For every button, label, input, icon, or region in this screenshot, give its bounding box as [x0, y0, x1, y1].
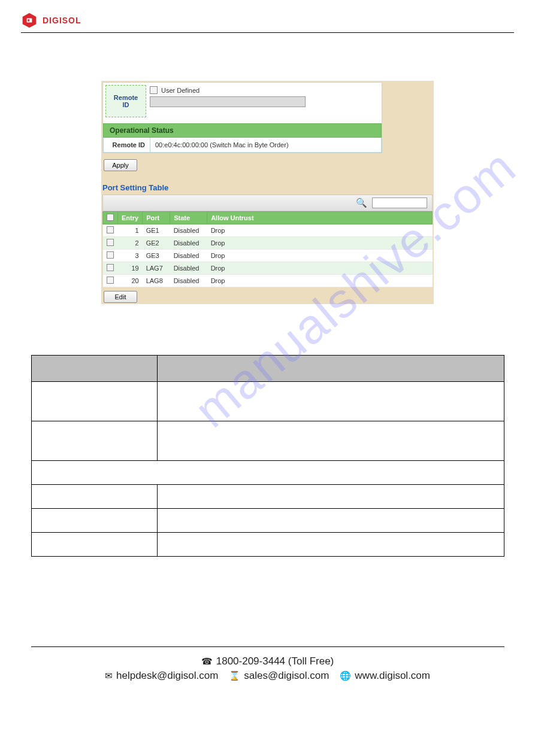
cell-entry: 19 — [118, 262, 143, 275]
cell-entry: 1 — [118, 224, 143, 237]
toll-free-number: 1800-209-3444 (Toll Free) — [216, 655, 334, 667]
search-input[interactable] — [372, 198, 427, 208]
edit-button[interactable]: Edit — [104, 291, 137, 303]
sales-email: sales@digisol.com — [244, 670, 329, 682]
globe-icon: 🌐 — [340, 670, 351, 681]
row-checkbox[interactable] — [107, 251, 114, 259]
table-row[interactable]: 19LAG7DisabledDrop — [103, 262, 433, 275]
description-table — [31, 355, 504, 557]
desc-header-2 — [157, 356, 504, 382]
svg-rect-2 — [28, 19, 29, 22]
cell-allow-untrust: Drop — [207, 224, 433, 237]
row-checkbox[interactable] — [107, 239, 114, 246]
cell-port: GE2 — [143, 237, 170, 250]
search-icon[interactable]: 🔍 — [356, 198, 367, 208]
cell-state: Disabled — [170, 262, 207, 275]
cell-entry: 20 — [118, 275, 143, 287]
cell-port: LAG8 — [143, 275, 170, 287]
cell-state: Disabled — [170, 275, 207, 287]
table-row — [31, 509, 504, 533]
cell-state: Disabled — [170, 250, 207, 262]
cell-entry: 2 — [118, 237, 143, 250]
cell-allow-untrust: Drop — [207, 237, 433, 250]
port-setting-toolbar: 🔍 — [102, 195, 433, 211]
col-allow-untrust: Allow Untrust — [207, 212, 433, 224]
row-checkbox[interactable] — [107, 226, 114, 233]
row-checkbox[interactable] — [107, 277, 114, 284]
footer: ☎ 1800-209-3444 (Toll Free) ✉ helpdesk@d… — [21, 655, 514, 682]
table-row — [31, 421, 504, 461]
cell-port: LAG7 — [143, 262, 170, 275]
table-row — [31, 461, 504, 485]
brand-name: DIGISOL — [43, 16, 81, 25]
col-entry: Entry — [118, 212, 143, 224]
port-setting-title: Port Setting Table — [102, 183, 433, 192]
select-all-checkbox[interactable] — [107, 214, 114, 221]
mail-icon: ✉ — [105, 670, 113, 681]
user-defined-checkbox-row[interactable]: User Defined — [150, 86, 379, 94]
col-port: Port — [143, 212, 170, 224]
op-remote-id-label: Remote ID — [104, 138, 150, 152]
cell-allow-untrust: Drop — [207, 250, 433, 262]
col-state: State — [170, 212, 207, 224]
apply-button[interactable]: Apply — [104, 159, 137, 171]
website: www.digisol.com — [355, 670, 430, 682]
cell-port: GE3 — [143, 250, 170, 262]
table-row — [31, 382, 504, 421]
remote-id-label: Remote ID — [105, 85, 146, 117]
brand-logo: DIGISOL — [21, 12, 514, 29]
cell-state: Disabled — [170, 224, 207, 237]
user-defined-label: User Defined — [161, 87, 200, 94]
table-row[interactable]: 2GE2DisabledDrop — [103, 237, 433, 250]
row-checkbox[interactable] — [107, 264, 114, 271]
table-row[interactable]: 20LAG8DisabledDrop — [103, 275, 433, 287]
brand-hex-icon — [21, 12, 38, 29]
table-row[interactable]: 3GE3DisabledDrop — [103, 250, 433, 262]
phone-icon: ☎ — [201, 656, 213, 667]
operational-status-header: Operational Status — [103, 123, 382, 138]
cell-entry: 3 — [118, 250, 143, 262]
cell-allow-untrust: Drop — [207, 262, 433, 275]
hourglass-icon: ⌛ — [229, 670, 240, 681]
screenshot: Remote ID User Defined Operational Statu… — [101, 81, 434, 304]
remote-id-input-disabled — [150, 96, 306, 107]
header-rule — [21, 32, 514, 33]
cell-state: Disabled — [170, 237, 207, 250]
user-defined-checkbox[interactable] — [150, 86, 158, 94]
op-remote-id-value: 00:e0:4c:00:00:00 (Switch Mac in Byte Or… — [150, 138, 294, 152]
port-setting-table: Entry Port State Allow Untrust 1GE1Disab… — [102, 211, 433, 287]
footer-rule — [31, 646, 504, 647]
table-row[interactable]: 1GE1DisabledDrop — [103, 224, 433, 237]
helpdesk-email: helpdesk@digisol.com — [116, 670, 218, 682]
cell-port: GE1 — [143, 224, 170, 237]
table-row — [31, 485, 504, 509]
cell-allow-untrust: Drop — [207, 275, 433, 287]
table-row — [31, 533, 504, 557]
desc-header-1 — [31, 356, 157, 382]
